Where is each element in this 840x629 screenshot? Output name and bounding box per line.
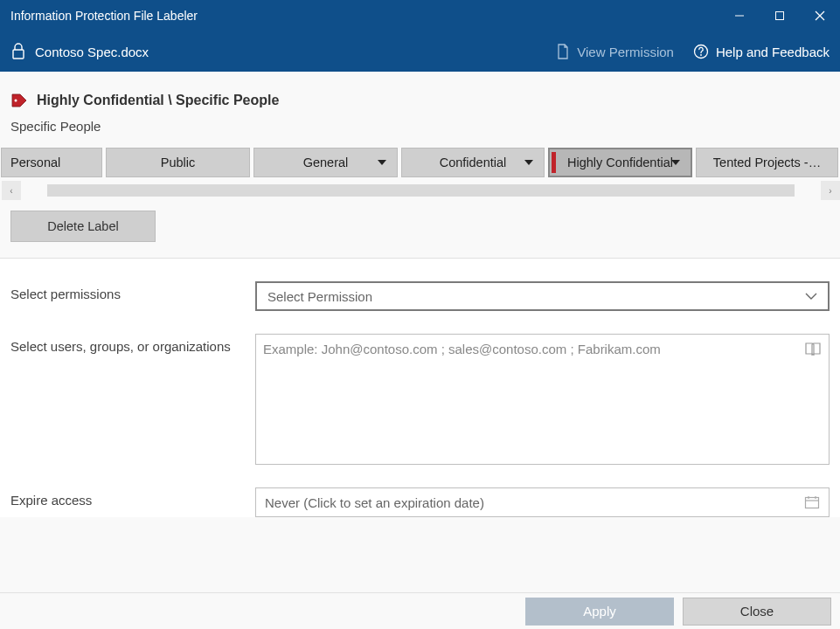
lock-icon [10,43,26,60]
help-feedback-link[interactable]: Help and Feedback [693,44,830,59]
form-area: Select permissions Select Permission Sel… [0,259,840,517]
category-highly-confidential[interactable]: Highly Confidential [548,148,692,177]
address-book-icon[interactable] [804,342,822,357]
select-permission-placeholder: Select Permission [267,289,372,304]
breadcrumb: Highly Confidential \ Specific People [37,93,279,108]
svg-point-7 [15,100,17,102]
chevron-down-icon [378,160,386,165]
apply-button-label: Apply [583,604,616,619]
window-controls [719,0,840,31]
view-permission-label: View Permission [577,45,674,59]
label-header: Highly Confidential \ Specific People [0,72,840,112]
close-window-button[interactable] [800,0,840,31]
category-confidential[interactable]: Confidential [401,148,545,177]
delete-label-button[interactable]: Delete Label [10,211,156,242]
category-label: Tented Projects -… [713,156,821,169]
category-row: Personal Public General Confidential Hig… [0,148,840,177]
category-scrollbar: ‹ › [0,181,840,200]
expire-placeholder: Never (Click to set an expiration date) [265,495,484,510]
maximize-button[interactable] [760,0,800,31]
category-label: Highly Confidential [567,156,673,169]
select-users-input[interactable]: Example: John@contoso.com ; sales@contos… [255,334,830,465]
calendar-icon[interactable] [804,495,820,509]
svg-rect-1 [776,12,784,20]
category-tented-projects[interactable]: Tented Projects -… [696,148,838,177]
select-permissions-label: Select permissions [10,281,255,311]
document-icon [556,44,570,59]
select-users-label: Select users, groups, or organizations [10,334,255,465]
minimize-button[interactable] [719,0,760,31]
tag-icon [10,93,28,108]
apply-button[interactable]: Apply [525,598,674,626]
category-label: Confidential [440,156,507,169]
svg-rect-8 [806,498,819,508]
scroll-track[interactable] [47,184,795,197]
chevron-down-icon [805,293,817,300]
svg-rect-4 [13,50,24,59]
select-permission-dropdown[interactable]: Select Permission [255,281,830,311]
svg-point-6 [700,54,702,56]
sublabel-text: Specific People [0,112,840,148]
titlebar: Information Protection File Labeler [0,0,840,31]
category-general[interactable]: General [253,148,398,177]
file-name: Contoso Spec.docx [35,45,149,59]
close-button[interactable]: Close [683,598,831,626]
chevron-down-icon [671,160,680,165]
category-label: Public [161,156,196,169]
scroll-left-button[interactable]: ‹ [2,181,21,200]
minimize-icon [734,10,745,21]
close-icon [815,10,825,21]
maximize-icon [774,10,785,21]
category-personal[interactable]: Personal [1,148,102,177]
category-label: Personal [10,156,60,169]
category-public[interactable]: Public [106,148,250,177]
scroll-right-button[interactable]: › [821,181,840,200]
select-users-placeholder: Example: John@contoso.com ; sales@contos… [263,342,661,356]
category-label: General [303,156,349,169]
help-icon [693,44,709,59]
expire-access-label: Expire access [10,487,255,517]
footer: Apply Close [0,592,840,629]
view-permission-link[interactable]: View Permission [556,44,674,59]
toolbar: Contoso Spec.docx View Permission Help a… [0,31,840,72]
window-title: Information Protection File Labeler [10,9,719,23]
close-button-label: Close [740,604,774,619]
help-feedback-label: Help and Feedback [716,45,830,59]
expire-access-input[interactable]: Never (Click to set an expiration date) [255,487,830,517]
delete-label-text: Delete Label [47,219,118,233]
chevron-down-icon [524,160,533,165]
